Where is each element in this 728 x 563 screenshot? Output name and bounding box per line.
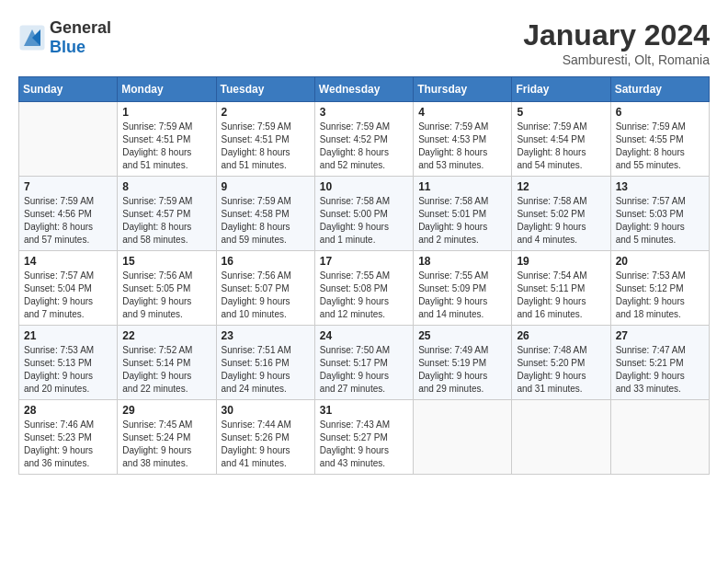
calendar-day-cell: 5Sunrise: 7:59 AM Sunset: 4:54 PM Daylig…: [512, 102, 610, 177]
day-number: 7: [24, 180, 112, 193]
day-number: 8: [122, 180, 210, 193]
calendar-week-row: 1Sunrise: 7:59 AM Sunset: 4:51 PM Daylig…: [19, 102, 710, 177]
day-number: 1: [122, 106, 210, 119]
day-info: Sunrise: 7:45 AM Sunset: 5:24 PM Dayligh…: [122, 419, 210, 470]
day-number: 4: [418, 106, 506, 119]
calendar-day-cell: [610, 400, 709, 475]
day-number: 30: [222, 404, 310, 417]
page-header: General Blue January 2024 Samburesti, Ol…: [18, 18, 710, 67]
calendar-day-cell: 14Sunrise: 7:57 AM Sunset: 5:04 PM Dayli…: [19, 251, 118, 326]
calendar-day-cell: 4Sunrise: 7:59 AM Sunset: 4:53 PM Daylig…: [414, 102, 512, 177]
day-info: Sunrise: 7:59 AM Sunset: 4:57 PM Dayligh…: [122, 195, 210, 247]
weekday-header: Tuesday: [216, 77, 314, 102]
calendar-day-cell: 8Sunrise: 7:59 AM Sunset: 4:57 PM Daylig…: [118, 177, 216, 251]
calendar-day-cell: 27Sunrise: 7:47 AM Sunset: 5:21 PM Dayli…: [610, 326, 709, 400]
day-number: 15: [122, 255, 210, 268]
calendar-day-cell: 21Sunrise: 7:53 AM Sunset: 5:13 PM Dayli…: [19, 326, 118, 400]
calendar-day-cell: 23Sunrise: 7:51 AM Sunset: 5:16 PM Dayli…: [216, 326, 314, 400]
day-info: Sunrise: 7:53 AM Sunset: 5:13 PM Dayligh…: [24, 344, 112, 396]
weekday-header: Friday: [512, 77, 610, 102]
day-info: Sunrise: 7:58 AM Sunset: 5:01 PM Dayligh…: [418, 195, 506, 247]
calendar-day-cell: 18Sunrise: 7:55 AM Sunset: 5:09 PM Dayli…: [414, 251, 512, 326]
calendar-day-cell: 30Sunrise: 7:44 AM Sunset: 5:26 PM Dayli…: [216, 400, 314, 475]
calendar-day-cell: 29Sunrise: 7:45 AM Sunset: 5:24 PM Dayli…: [118, 400, 216, 475]
calendar-day-cell: 26Sunrise: 7:48 AM Sunset: 5:20 PM Dayli…: [512, 326, 610, 400]
logo: General Blue: [18, 18, 111, 57]
calendar-day-cell: 24Sunrise: 7:50 AM Sunset: 5:17 PM Dayli…: [314, 326, 413, 400]
calendar-body: 1Sunrise: 7:59 AM Sunset: 4:51 PM Daylig…: [19, 102, 710, 475]
day-number: 22: [122, 329, 210, 342]
day-info: Sunrise: 7:46 AM Sunset: 5:23 PM Dayligh…: [24, 419, 112, 470]
day-number: 16: [222, 255, 310, 268]
calendar-day-cell: [19, 102, 118, 177]
calendar-day-cell: [512, 400, 610, 475]
day-number: 12: [517, 180, 605, 193]
day-number: 26: [517, 329, 605, 342]
day-number: 20: [616, 255, 704, 268]
day-number: 5: [517, 106, 605, 119]
day-number: 23: [222, 329, 310, 342]
day-number: 25: [418, 329, 506, 342]
calendar-day-cell: 7Sunrise: 7:59 AM Sunset: 4:56 PM Daylig…: [19, 177, 118, 251]
calendar-week-row: 28Sunrise: 7:46 AM Sunset: 5:23 PM Dayli…: [19, 400, 710, 475]
title-block: January 2024 Samburesti, Olt, Romania: [523, 18, 710, 67]
calendar-day-cell: 16Sunrise: 7:56 AM Sunset: 5:07 PM Dayli…: [216, 251, 314, 326]
calendar-week-row: 14Sunrise: 7:57 AM Sunset: 5:04 PM Dayli…: [19, 251, 710, 326]
calendar-day-cell: 3Sunrise: 7:59 AM Sunset: 4:52 PM Daylig…: [314, 102, 413, 177]
calendar-week-row: 7Sunrise: 7:59 AM Sunset: 4:56 PM Daylig…: [19, 177, 710, 251]
day-info: Sunrise: 7:54 AM Sunset: 5:11 PM Dayligh…: [517, 270, 605, 321]
calendar-day-cell: 17Sunrise: 7:55 AM Sunset: 5:08 PM Dayli…: [314, 251, 413, 326]
day-info: Sunrise: 7:43 AM Sunset: 5:27 PM Dayligh…: [320, 419, 408, 470]
day-info: Sunrise: 7:59 AM Sunset: 4:55 PM Dayligh…: [616, 121, 704, 172]
logo-blue: Blue: [50, 38, 111, 57]
day-info: Sunrise: 7:56 AM Sunset: 5:05 PM Dayligh…: [122, 270, 210, 321]
day-info: Sunrise: 7:59 AM Sunset: 4:54 PM Dayligh…: [517, 121, 605, 172]
day-number: 6: [616, 106, 704, 119]
calendar-day-cell: 9Sunrise: 7:59 AM Sunset: 4:58 PM Daylig…: [216, 177, 314, 251]
day-number: 14: [24, 255, 112, 268]
logo-icon: [18, 24, 46, 52]
day-number: 13: [616, 180, 704, 193]
calendar-day-cell: 11Sunrise: 7:58 AM Sunset: 5:01 PM Dayli…: [414, 177, 512, 251]
calendar-day-cell: 2Sunrise: 7:59 AM Sunset: 4:51 PM Daylig…: [216, 102, 314, 177]
day-number: 17: [320, 255, 408, 268]
day-number: 11: [418, 180, 506, 193]
day-info: Sunrise: 7:52 AM Sunset: 5:14 PM Dayligh…: [122, 344, 210, 396]
calendar-day-cell: 12Sunrise: 7:58 AM Sunset: 5:02 PM Dayli…: [512, 177, 610, 251]
calendar-title: January 2024: [523, 18, 710, 52]
day-info: Sunrise: 7:55 AM Sunset: 5:08 PM Dayligh…: [320, 270, 408, 321]
day-info: Sunrise: 7:50 AM Sunset: 5:17 PM Dayligh…: [320, 344, 408, 396]
header-row: SundayMondayTuesdayWednesdayThursdayFrid…: [19, 77, 710, 102]
day-number: 28: [24, 404, 112, 417]
calendar-day-cell: [414, 400, 512, 475]
day-number: 19: [517, 255, 605, 268]
calendar-day-cell: 19Sunrise: 7:54 AM Sunset: 5:11 PM Dayli…: [512, 251, 610, 326]
calendar-day-cell: 31Sunrise: 7:43 AM Sunset: 5:27 PM Dayli…: [314, 400, 413, 475]
day-number: 10: [320, 180, 408, 193]
weekday-header: Monday: [118, 77, 216, 102]
day-info: Sunrise: 7:57 AM Sunset: 5:03 PM Dayligh…: [616, 195, 704, 247]
day-info: Sunrise: 7:53 AM Sunset: 5:12 PM Dayligh…: [616, 270, 704, 321]
day-info: Sunrise: 7:47 AM Sunset: 5:21 PM Dayligh…: [616, 344, 704, 396]
day-info: Sunrise: 7:48 AM Sunset: 5:20 PM Dayligh…: [517, 344, 605, 396]
day-info: Sunrise: 7:51 AM Sunset: 5:16 PM Dayligh…: [222, 344, 310, 396]
day-number: 24: [320, 329, 408, 342]
calendar-day-cell: 20Sunrise: 7:53 AM Sunset: 5:12 PM Dayli…: [610, 251, 709, 326]
calendar-day-cell: 1Sunrise: 7:59 AM Sunset: 4:51 PM Daylig…: [118, 102, 216, 177]
day-number: 29: [122, 404, 210, 417]
day-info: Sunrise: 7:57 AM Sunset: 5:04 PM Dayligh…: [24, 270, 112, 321]
day-info: Sunrise: 7:59 AM Sunset: 4:58 PM Dayligh…: [222, 195, 310, 247]
weekday-header: Wednesday: [314, 77, 413, 102]
calendar-day-cell: 15Sunrise: 7:56 AM Sunset: 5:05 PM Dayli…: [118, 251, 216, 326]
calendar-table: SundayMondayTuesdayWednesdayThursdayFrid…: [18, 76, 710, 475]
calendar-day-cell: 22Sunrise: 7:52 AM Sunset: 5:14 PM Dayli…: [118, 326, 216, 400]
day-number: 2: [222, 106, 310, 119]
day-info: Sunrise: 7:59 AM Sunset: 4:56 PM Dayligh…: [24, 195, 112, 247]
day-info: Sunrise: 7:59 AM Sunset: 4:51 PM Dayligh…: [222, 121, 310, 172]
day-number: 9: [222, 180, 310, 193]
day-number: 21: [24, 329, 112, 342]
day-info: Sunrise: 7:44 AM Sunset: 5:26 PM Dayligh…: [222, 419, 310, 470]
calendar-day-cell: 10Sunrise: 7:58 AM Sunset: 5:00 PM Dayli…: [314, 177, 413, 251]
calendar-header: SundayMondayTuesdayWednesdayThursdayFrid…: [19, 77, 710, 102]
calendar-day-cell: 6Sunrise: 7:59 AM Sunset: 4:55 PM Daylig…: [610, 102, 709, 177]
